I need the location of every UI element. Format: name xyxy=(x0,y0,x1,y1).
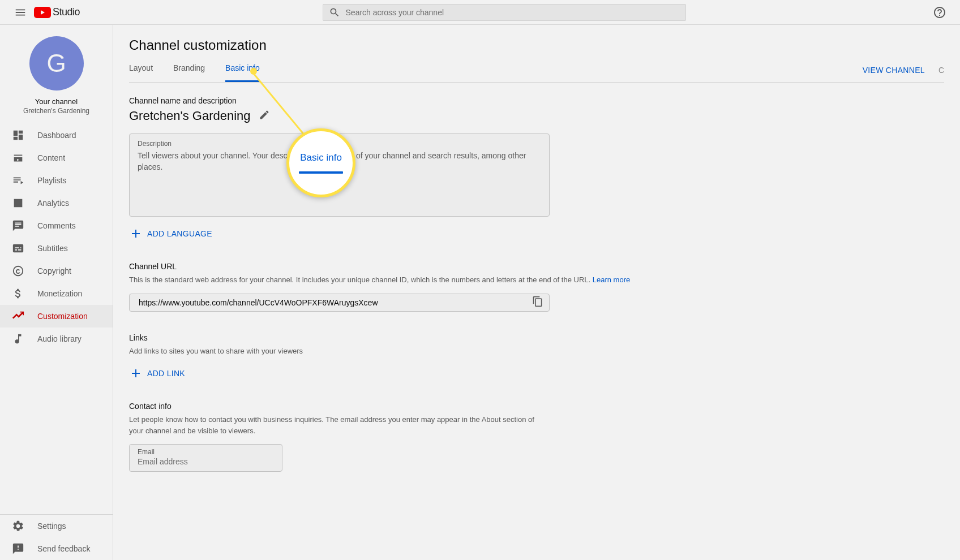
copyright-icon xyxy=(11,264,25,278)
monetization-icon xyxy=(11,287,25,300)
tab-layout[interactable]: Layout xyxy=(129,63,153,82)
sidebar-item-label: Playlists xyxy=(37,176,66,185)
callout-text: Basic info xyxy=(300,152,342,163)
callout-magnifier: Basic info xyxy=(286,128,355,197)
callout-underline xyxy=(299,171,343,174)
main: Channel customization Layout Branding Ba… xyxy=(113,25,960,560)
help-button[interactable] xyxy=(928,1,951,24)
sidebar-item-monetization[interactable]: Monetization xyxy=(0,282,113,305)
customization-icon xyxy=(11,309,25,323)
channel-url-field: https://www.youtube.com/channel/UCcV4WoO… xyxy=(129,294,550,312)
youtube-icon xyxy=(34,7,51,18)
logo-text: Studio xyxy=(53,6,80,18)
learn-more-link[interactable]: Learn more xyxy=(593,275,630,284)
search-box[interactable] xyxy=(323,4,686,21)
contact-desc: Let people know how to contact you with … xyxy=(129,414,550,436)
tab-actions: VIEW CHANNEL C xyxy=(863,66,944,80)
truncated-action[interactable]: C xyxy=(938,66,944,75)
sidebar-item-label: Customization xyxy=(37,312,88,321)
audio-icon xyxy=(11,332,25,346)
sidebar-item-comments[interactable]: Comments xyxy=(0,214,113,237)
avatar[interactable]: G xyxy=(29,36,84,91)
help-icon xyxy=(933,6,946,19)
sidebar-item-label: Monetization xyxy=(37,289,82,298)
channel-title: Your channel xyxy=(0,97,113,106)
sidebar-footer: Settings Send feedback xyxy=(0,514,113,560)
add-language-button[interactable]: ADD LANGUAGE xyxy=(129,227,777,240)
sidebar-item-label: Content xyxy=(37,153,65,162)
sidebar-item-label: Audio library xyxy=(37,334,82,343)
email-input[interactable] xyxy=(138,457,274,466)
channel-header: G Your channel Gretchen's Gardening xyxy=(0,25,113,124)
sidebar-item-copyright[interactable]: Copyright xyxy=(0,260,113,282)
content-icon xyxy=(11,151,25,165)
analytics-icon xyxy=(11,196,25,210)
callout-dot xyxy=(250,68,257,75)
channel-url-section: Channel URL This is the standard web add… xyxy=(129,262,777,312)
email-field[interactable]: Email xyxy=(129,444,282,472)
hamburger-icon xyxy=(14,6,27,19)
playlists-icon xyxy=(11,174,25,187)
plus-icon xyxy=(129,227,143,240)
channel-name-row: Gretchen's Gardening xyxy=(129,109,777,123)
sidebar: G Your channel Gretchen's Gardening Dash… xyxy=(0,25,113,560)
sidebar-item-label: Subtitles xyxy=(37,244,68,253)
contact-label: Contact info xyxy=(129,402,777,411)
links-desc: Add links to sites you want to share wit… xyxy=(129,346,777,357)
add-language-label: ADD LANGUAGE xyxy=(147,229,212,238)
name-section-label: Channel name and description xyxy=(129,96,777,105)
channel-url-value: https://www.youtube.com/channel/UCcV4WoO… xyxy=(139,298,532,307)
content: Channel name and description Gretchen's … xyxy=(113,83,792,485)
dashboard-icon xyxy=(11,128,25,142)
links-label: Links xyxy=(129,333,777,342)
sidebar-item-feedback[interactable]: Send feedback xyxy=(0,537,113,560)
copy-icon xyxy=(532,296,543,307)
edit-name-button[interactable] xyxy=(259,109,270,123)
page-header: Channel customization Layout Branding Ba… xyxy=(113,25,960,83)
view-channel-button[interactable]: VIEW CHANNEL xyxy=(863,66,925,75)
nav-list: Dashboard Content Playlists Analytics Co… xyxy=(0,124,113,514)
sidebar-item-playlists[interactable]: Playlists xyxy=(0,169,113,192)
channel-url-label: Channel URL xyxy=(129,262,777,271)
channel-url-desc: This is the standard web address for you… xyxy=(129,274,777,286)
contact-section: Contact info Let people know how to cont… xyxy=(129,402,777,472)
sidebar-item-customization[interactable]: Customization xyxy=(0,305,113,328)
tab-branding[interactable]: Branding xyxy=(173,63,205,82)
add-link-button[interactable]: ADD LINK xyxy=(129,367,777,380)
subtitles-icon xyxy=(11,242,25,255)
add-link-label: ADD LINK xyxy=(147,369,185,378)
sidebar-item-analytics[interactable]: Analytics xyxy=(0,192,113,214)
sidebar-item-audio-library[interactable]: Audio library xyxy=(0,328,113,350)
sidebar-item-content[interactable]: Content xyxy=(0,147,113,169)
sidebar-item-label: Settings xyxy=(37,522,66,531)
plus-icon xyxy=(129,367,143,380)
search-icon xyxy=(329,7,340,18)
logo[interactable]: Studio xyxy=(34,6,80,18)
feedback-icon xyxy=(11,542,25,555)
gear-icon xyxy=(11,519,25,533)
search-wrap xyxy=(80,4,928,21)
sidebar-item-label: Comments xyxy=(37,221,76,230)
search-input[interactable] xyxy=(346,8,680,17)
channel-name-value: Gretchen's Gardening xyxy=(129,109,251,123)
pencil-icon xyxy=(259,109,270,120)
copy-url-button[interactable] xyxy=(532,296,543,309)
page-title: Channel customization xyxy=(129,37,944,53)
header: Studio xyxy=(0,0,960,25)
sidebar-item-subtitles[interactable]: Subtitles xyxy=(0,237,113,260)
sidebar-item-label: Dashboard xyxy=(37,131,76,140)
sidebar-item-dashboard[interactable]: Dashboard xyxy=(0,124,113,147)
sidebar-item-settings[interactable]: Settings xyxy=(0,515,113,537)
sidebar-item-label: Analytics xyxy=(37,199,69,208)
sidebar-item-label: Send feedback xyxy=(37,544,90,553)
comments-icon xyxy=(11,219,25,232)
channel-subtitle: Gretchen's Gardening xyxy=(0,107,113,115)
links-section: Links Add links to sites you want to sha… xyxy=(129,333,777,381)
menu-button[interactable] xyxy=(9,1,32,24)
email-label: Email xyxy=(138,448,274,456)
sidebar-item-label: Copyright xyxy=(37,266,71,275)
